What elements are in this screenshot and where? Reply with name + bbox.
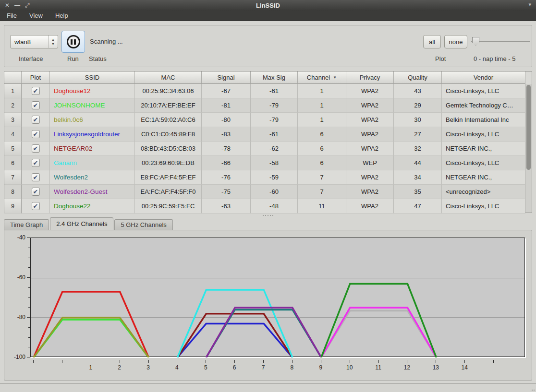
x-axis-label: 10 <box>344 364 355 371</box>
menu-file[interactable]: File <box>7 12 17 19</box>
signal-cell: -66 <box>202 156 251 170</box>
column-header-signal[interactable]: Signal <box>202 71 251 84</box>
run-pause-button[interactable] <box>61 31 85 53</box>
tab-2-4-ghz-channels[interactable]: 2.4 GHz Channels <box>50 217 113 230</box>
table-row[interactable]: 2✔JOHNSONHOME20:10:7A:EF:BE:EF-81-791WPA… <box>4 98 532 113</box>
max-sig-cell: -79 <box>251 98 298 113</box>
row-number[interactable]: 4 <box>4 127 22 142</box>
max-sig-cell: -60 <box>251 185 298 199</box>
x-axis-tick <box>148 360 149 363</box>
tab-time-graph[interactable]: Time Graph <box>4 219 49 230</box>
column-header-channel[interactable]: Channel▼ <box>298 71 346 84</box>
plot-all-button[interactable]: all <box>423 35 441 48</box>
table-row[interactable]: 1✔Doghouse1200:25:9C:34:63:06-67-611WPA2… <box>4 84 532 98</box>
x-axis-label: 12 <box>401 364 413 371</box>
max-sig-cell: -58 <box>251 156 298 170</box>
column-header-plot[interactable]: Plot <box>22 71 50 84</box>
x-axis-tick <box>91 360 91 363</box>
table-row[interactable]: 8✔Wolfesden2-GuestEA:FC:AF:F4:5F:F0-75-6… <box>4 185 532 199</box>
channel-cell: 6 <box>298 142 346 156</box>
scrollbar-thumb[interactable] <box>526 85 531 170</box>
table-row[interactable]: 9✔Doghouse2200:25:9C:59:F5:FC-63-4811WPA… <box>4 199 532 214</box>
resize-grip[interactable] <box>532 390 535 391</box>
table-row[interactable]: 4✔LinksysjonesgoldrouterC0:C1:C0:45:89:F… <box>4 127 532 142</box>
chevron-down-icon[interactable]: ▾ <box>528 1 531 8</box>
pause-icon <box>67 35 80 48</box>
row-number[interactable]: 9 <box>4 199 22 214</box>
y-axis-label: -80 <box>7 314 25 321</box>
menu-help[interactable]: Help <box>55 12 68 19</box>
plot-checkbox[interactable]: ✔ <box>32 116 40 124</box>
slider-groove[interactable] <box>471 41 530 42</box>
row-number[interactable]: 6 <box>4 156 22 170</box>
y-axis-minor-tick <box>28 337 30 338</box>
quality-cell: 29 <box>394 98 442 113</box>
plot-checkbox[interactable]: ✔ <box>32 188 40 196</box>
spinner-arrows-icon[interactable]: ▲▼ <box>48 36 58 48</box>
plot-checkbox[interactable]: ✔ <box>32 130 40 138</box>
x-axis-tick <box>263 360 264 363</box>
x-axis-label: 13 <box>430 364 441 371</box>
tab-5-ghz-channels[interactable]: 5 GHz Channels <box>114 219 172 230</box>
plot-checkbox[interactable]: ✔ <box>32 202 40 210</box>
privacy-cell: WPA2 <box>346 185 394 199</box>
channel-cell: 1 <box>298 113 346 127</box>
column-header-mac[interactable]: MAC <box>135 71 202 84</box>
column-header-vendor[interactable]: Vendor <box>442 71 525 84</box>
mac-cell: 08:BD:43:D5:CB:03 <box>135 142 202 156</box>
mac-cell: 20:10:7A:EF:BE:EF <box>135 98 202 113</box>
menu-view[interactable]: View <box>29 12 43 19</box>
row-number[interactable]: 2 <box>4 98 22 113</box>
maximize-icon[interactable]: ⤢ <box>25 2 30 8</box>
table-row[interactable]: 6✔Ganann00:23:69:60:9E:DB-66-586WEP44Cis… <box>4 156 532 170</box>
column-header-max-sig[interactable]: Max Sig <box>251 71 298 84</box>
signal-cell: -75 <box>202 185 251 199</box>
channel-cell: 1 <box>298 84 346 98</box>
vendor-cell: Belkin International Inc <box>442 113 525 127</box>
mac-cell: 00:23:69:60:9E:DB <box>135 156 202 170</box>
x-axis-label: 14 <box>459 364 470 371</box>
plot-checkbox[interactable]: ✔ <box>32 144 40 153</box>
plot-none-button[interactable]: none <box>444 35 467 48</box>
row-number[interactable]: 7 <box>4 170 22 185</box>
table-row[interactable]: 7✔Wolfesden2E8:FC:AF:F4:5F:EF-76-597WPA2… <box>4 170 532 185</box>
slider-handle[interactable] <box>472 37 479 46</box>
minimize-icon[interactable]: — <box>14 2 20 8</box>
table-row[interactable]: 5✔NETGEAR0208:BD:43:D5:CB:03-78-626WPA23… <box>4 142 532 156</box>
naptime-label: 0 - nap time - 5 <box>474 55 515 62</box>
column-header-privacy[interactable]: Privacy <box>346 71 394 84</box>
vendor-cell: Cisco-Linksys, LLC <box>442 127 525 142</box>
column-header-quality[interactable]: Quality <box>394 71 442 84</box>
plot-cell: ✔ <box>22 142 50 156</box>
mac-cell: E8:FC:AF:F4:5F:EF <box>135 170 202 185</box>
row-number[interactable]: 8 <box>4 185 22 199</box>
y-axis-tick <box>27 238 30 238</box>
sort-indicator-icon: ▼ <box>333 75 337 80</box>
naptime-slider[interactable] <box>471 35 530 48</box>
privacy-cell: WPA2 <box>346 199 394 214</box>
mac-cell: C0:C1:C0:45:89:F8 <box>135 127 202 142</box>
mac-cell: 00:25:9C:59:F5:FC <box>135 199 202 214</box>
row-number[interactable]: 5 <box>4 142 22 156</box>
plot-checkbox[interactable]: ✔ <box>32 159 40 167</box>
series-Doghouse12 <box>34 292 149 357</box>
interface-label: Interface <box>19 55 43 62</box>
table-corner-header <box>4 71 22 84</box>
interface-select[interactable]: wlan8 ▲▼ <box>10 35 58 48</box>
table-row[interactable]: 3✔belkin.0c6EC:1A:59:02:A0:C6-80-791WPA2… <box>4 113 532 127</box>
table-header-row: PlotSSIDMACSignalMax SigChannel▼PrivacyQ… <box>4 71 532 84</box>
row-number[interactable]: 3 <box>4 113 22 127</box>
table-vertical-scrollbar[interactable] <box>525 84 532 213</box>
y-axis-label: -60 <box>7 274 25 281</box>
plot-checkbox[interactable]: ✔ <box>32 101 40 109</box>
splitter-handle[interactable] <box>4 213 532 217</box>
column-header-ssid[interactable]: SSID <box>50 71 135 84</box>
quality-cell: 27 <box>394 127 442 142</box>
title-bar: ✕ — ⤢ LinSSID ▾ <box>0 0 536 11</box>
close-icon[interactable]: ✕ <box>5 2 10 8</box>
x-axis-tick <box>321 360 321 363</box>
plot-checkbox[interactable]: ✔ <box>32 173 40 181</box>
max-sig-cell: -59 <box>251 170 298 185</box>
row-number[interactable]: 1 <box>4 84 22 98</box>
plot-checkbox[interactable]: ✔ <box>32 87 40 95</box>
